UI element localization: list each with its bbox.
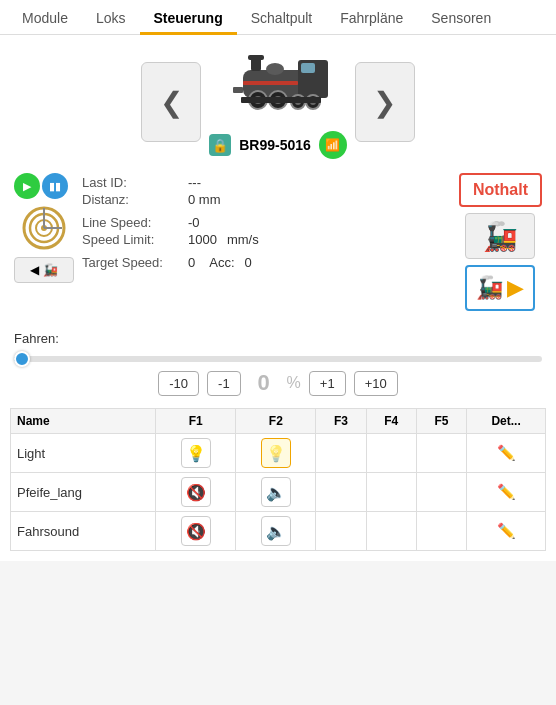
speed-limit-unit: mm/s <box>227 232 259 247</box>
play-pause-controls: ▶ ▮▮ <box>14 173 74 199</box>
reverse-icon: ◀ <box>30 263 39 277</box>
loco-id-bar: 🔒 BR99-5016 📶 <box>209 131 347 159</box>
col-f4: F4 <box>366 409 416 434</box>
col-f1: F1 <box>156 409 236 434</box>
speed-plus1-button[interactable]: +1 <box>309 371 346 396</box>
line-speed-row: Line Speed: -0 <box>82 215 451 230</box>
distanz-row: Distanz: 0 mm <box>82 192 451 207</box>
edit-pfeife-button[interactable]: ✏️ <box>492 478 520 506</box>
train-large-icon: 🚂 <box>483 220 518 253</box>
fn-name-pfeife: Pfeife_lang <box>11 473 156 512</box>
fn-f1-light-button[interactable]: 💡 <box>181 438 211 468</box>
target-speed-label: Target Speed: <box>82 255 182 270</box>
col-det: Det... <box>467 409 546 434</box>
fn-f5-pfeife <box>416 473 466 512</box>
loco-image <box>213 45 343 125</box>
svg-rect-14 <box>243 81 298 85</box>
fn-f2-light-button[interactable]: 💡 <box>261 438 291 468</box>
play-triangle-icon: ▶ <box>507 275 524 301</box>
train-small-icon: 🚂 <box>43 263 58 277</box>
speed-limit-value: 1000 <box>188 232 217 247</box>
functions-table-header: Name F1 F2 F3 F4 F5 Det... <box>11 409 546 434</box>
svg-rect-15 <box>301 63 315 73</box>
fn-f1-fahrsound: 🔇 <box>156 512 236 551</box>
fn-f5-light <box>416 434 466 473</box>
speed-minus1-button[interactable]: -1 <box>207 371 241 396</box>
distanz-label: Distanz: <box>82 192 182 207</box>
fn-f3-pfeife <box>316 473 366 512</box>
fn-f1-pfeife-button[interactable]: 🔇 <box>181 477 211 507</box>
fn-f4-pfeife <box>366 473 416 512</box>
tab-steuerung[interactable]: Steuerung <box>140 0 237 34</box>
train-icon: 🚂 <box>476 275 503 301</box>
track-icon-area <box>14 203 74 253</box>
acc-label: Acc: <box>209 255 234 270</box>
functions-table: Name F1 F2 F3 F4 F5 Det... Light 💡 <box>10 408 546 551</box>
distanz-value: 0 mm <box>188 192 221 207</box>
wifi-icon: 📶 <box>319 131 347 159</box>
fn-name-fahrsound: Fahrsound <box>11 512 156 551</box>
table-row: Light 💡 💡 ✏️ <box>11 434 546 473</box>
fn-f2-pfeife-button[interactable]: 🔈 <box>261 477 291 507</box>
table-row: Pfeife_lang 🔇 🔈 ✏️ <box>11 473 546 512</box>
nav-tabs: Module Loks Steuerung Schaltpult Fahrplä… <box>0 0 556 35</box>
pause-button[interactable]: ▮▮ <box>42 173 68 199</box>
control-left: ▶ ▮▮ ◀ � <box>14 173 74 283</box>
speaker-off-icon-2: 🔇 <box>186 522 206 541</box>
speed-unit: % <box>287 374 301 392</box>
functions-header-row: Name F1 F2 F3 F4 F5 Det... <box>11 409 546 434</box>
fahren-section: Fahren: -10 -1 0 % +1 +10 <box>10 325 546 408</box>
fn-f1-light: 💡 <box>156 434 236 473</box>
speed-limit-label: Speed Limit: <box>82 232 182 247</box>
loco-image-area: 🔒 BR99-5016 📶 <box>209 45 347 159</box>
last-id-row: Last ID: --- <box>82 175 451 190</box>
right-arrow-icon: ❯ <box>373 86 396 119</box>
tab-loks[interactable]: Loks <box>82 0 140 34</box>
reverse-button[interactable]: ◀ 🚂 <box>14 257 74 283</box>
control-info: Last ID: --- Distanz: 0 mm Line Speed: -… <box>82 173 451 270</box>
speed-minus10-button[interactable]: -10 <box>158 371 199 396</box>
nothalt-area: Nothalt 🚂 🚂 ▶ <box>459 173 542 311</box>
line-speed-label: Line Speed: <box>82 215 182 230</box>
fn-f2-pfeife: 🔈 <box>236 473 316 512</box>
nothalt-button[interactable]: Nothalt <box>459 173 542 207</box>
fn-f3-light <box>316 434 366 473</box>
fn-f5-fahrsound <box>416 512 466 551</box>
train-icon-large: 🚂 <box>465 213 535 259</box>
fn-edit-fahrsound: ✏️ <box>467 512 546 551</box>
table-row: Fahrsound 🔇 🔈 ✏️ <box>11 512 546 551</box>
fn-f4-fahrsound <box>366 512 416 551</box>
speed-limit-row: Speed Limit: 1000 mm/s <box>82 232 451 247</box>
prev-loco-button[interactable]: ❮ <box>141 62 201 142</box>
acc-value: 0 <box>245 255 252 270</box>
main-content: ❮ <box>0 35 556 561</box>
next-loco-button[interactable]: ❯ <box>355 62 415 142</box>
col-f3: F3 <box>316 409 366 434</box>
left-arrow-icon: ❮ <box>160 86 183 119</box>
last-id-label: Last ID: <box>82 175 182 190</box>
speed-plus10-button[interactable]: +10 <box>354 371 398 396</box>
train-play-button[interactable]: 🚂 ▶ <box>465 265 535 311</box>
edit-light-button[interactable]: ✏️ <box>492 439 520 467</box>
line-speed-value: -0 <box>188 215 200 230</box>
svg-rect-16 <box>233 87 243 93</box>
speed-value: 0 <box>249 370 279 396</box>
lightbulb-on-icon: 💡 <box>266 444 286 463</box>
tab-fahrplaene[interactable]: Fahrpläne <box>326 0 417 34</box>
track-icon <box>17 206 72 251</box>
fn-edit-light: ✏️ <box>467 434 546 473</box>
lock-icon: 🔒 <box>209 134 231 156</box>
col-f5: F5 <box>416 409 466 434</box>
fn-f2-fahrsound-button[interactable]: 🔈 <box>261 516 291 546</box>
fahren-label: Fahren: <box>14 331 542 346</box>
target-speed-value: 0 <box>188 255 195 270</box>
last-id-value: --- <box>188 175 201 190</box>
tab-module[interactable]: Module <box>8 0 82 34</box>
tab-sensoren[interactable]: Sensoren <box>417 0 505 34</box>
speaker-low-icon-2: 🔈 <box>266 522 286 541</box>
edit-fahrsound-button[interactable]: ✏️ <box>492 517 520 545</box>
fn-f1-fahrsound-button[interactable]: 🔇 <box>181 516 211 546</box>
play-button[interactable]: ▶ <box>14 173 40 199</box>
speed-slider[interactable] <box>14 356 542 362</box>
tab-schaltpult[interactable]: Schaltpult <box>237 0 326 34</box>
